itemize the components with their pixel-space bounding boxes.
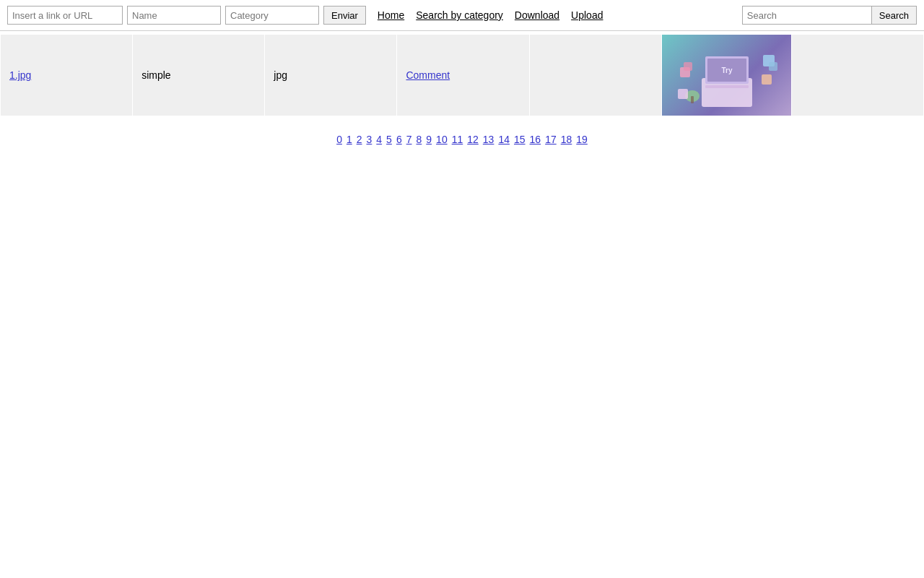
pagination-link-17[interactable]: 17 <box>545 134 557 145</box>
pagination-link-9[interactable]: 9 <box>426 134 432 145</box>
pagination-link-14[interactable]: 14 <box>498 134 510 145</box>
pagination-link-8[interactable]: 8 <box>417 134 422 145</box>
nav-links: Home Search by category Download Upload <box>378 9 603 21</box>
table-container: 1.jpg simple jpg Comment <box>0 34 924 116</box>
nav-download[interactable]: Download <box>515 9 559 21</box>
image-preview: Try <box>662 35 792 116</box>
pagination-link-12[interactable]: 12 <box>467 134 479 145</box>
name-cell: simple <box>133 35 265 116</box>
extra-cell <box>529 35 661 116</box>
type-value: jpg <box>274 69 287 81</box>
svg-rect-11 <box>691 96 694 103</box>
preview-svg: Try <box>662 35 792 116</box>
name-value: simple <box>141 69 170 81</box>
pagination-link-16[interactable]: 16 <box>530 134 541 145</box>
filename-link[interactable]: 1.jpg <box>9 69 31 81</box>
pagination: 012345678910111213141516171819 <box>0 134 924 145</box>
pagination-link-4[interactable]: 4 <box>376 134 382 145</box>
pagination-link-11[interactable]: 11 <box>452 134 463 145</box>
svg-rect-12 <box>678 89 688 99</box>
nav-home[interactable]: Home <box>378 9 404 21</box>
nav-upload[interactable]: Upload <box>571 9 603 21</box>
pagination-link-3[interactable]: 3 <box>367 134 372 145</box>
search-button[interactable]: Search <box>872 6 917 25</box>
pagination-link-13[interactable]: 13 <box>483 134 494 145</box>
filename-cell: 1.jpg <box>1 35 133 116</box>
type-cell: jpg <box>265 35 397 116</box>
pagination-link-2[interactable]: 2 <box>357 134 362 145</box>
nav-search-by-category[interactable]: Search by category <box>416 9 503 21</box>
svg-text:Try: Try <box>721 66 732 74</box>
comment-cell: Comment <box>397 35 529 116</box>
svg-rect-9 <box>762 74 772 85</box>
table-row: 1.jpg simple jpg Comment <box>1 35 924 116</box>
search-input[interactable] <box>742 6 872 25</box>
svg-rect-4 <box>705 85 749 88</box>
pagination-link-0[interactable]: 0 <box>336 134 342 145</box>
category-input[interactable] <box>225 6 319 25</box>
svg-rect-6 <box>684 62 692 71</box>
pagination-link-1[interactable]: 1 <box>346 134 352 145</box>
pagination-link-19[interactable]: 19 <box>576 134 588 145</box>
name-input[interactable] <box>127 6 221 25</box>
enviar-button[interactable]: Enviar <box>323 6 366 25</box>
search-area: Search <box>742 6 917 25</box>
svg-rect-8 <box>769 62 777 71</box>
pagination-link-7[interactable]: 7 <box>406 134 412 145</box>
toolbar: Enviar Home Search by category Download … <box>0 0 924 31</box>
url-input[interactable] <box>7 6 123 25</box>
image-cell: Try <box>661 35 791 116</box>
pagination-link-6[interactable]: 6 <box>396 134 402 145</box>
main-table: 1.jpg simple jpg Comment <box>0 34 924 116</box>
pagination-link-18[interactable]: 18 <box>561 134 572 145</box>
last-cell <box>791 35 923 116</box>
pagination-link-15[interactable]: 15 <box>514 134 526 145</box>
pagination-link-5[interactable]: 5 <box>386 134 392 145</box>
comment-link[interactable]: Comment <box>406 69 450 81</box>
pagination-link-10[interactable]: 10 <box>436 134 448 145</box>
